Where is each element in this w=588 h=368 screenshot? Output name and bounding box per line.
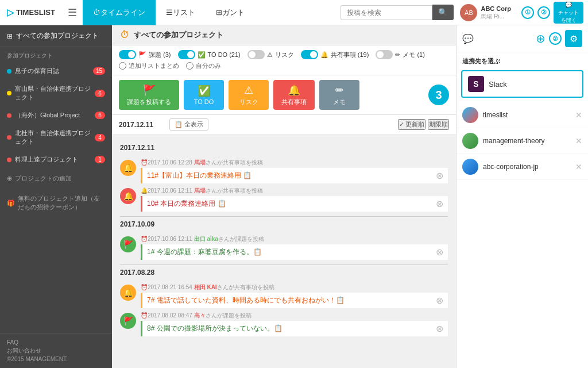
close-icon[interactable]: ✕	[575, 136, 582, 145]
post-kadai-button[interactable]: 🚩 課題を投稿する	[119, 80, 179, 110]
send-icon[interactable]: ⊗	[436, 198, 443, 209]
post-kadai-label: 課題を投稿する	[127, 98, 171, 106]
filter-kyoyu[interactable]: 🔔 共有事項 (19)	[301, 50, 369, 59]
sidebar-item-hokuto[interactable]: 北杜市・自治体連携プロジェクト 4	[0, 124, 112, 151]
post-text: 7# 電話で話していた資料、時間ある時にでも共有おねがい！📋	[147, 296, 345, 305]
chat-button[interactable]: 💬 チャットを開く	[554, 2, 583, 24]
settings-button[interactable]: ⚙	[565, 30, 582, 47]
bell-icon: 🔔	[120, 160, 136, 176]
radio-list-input[interactable]	[119, 62, 126, 70]
mgmt-avatar	[462, 133, 478, 149]
task-icon: 🚩	[120, 236, 136, 252]
channel-item-timeslist[interactable]: timeslist ✕	[457, 102, 588, 128]
post-content[interactable]: 1# 今週の課題：麻婆豆腐を作る。📋 ⊗	[141, 244, 448, 260]
filter-toggle-kyoyu[interactable]	[301, 50, 318, 59]
post-content[interactable]: 10# 本日の業務連絡用 📋 ⊗	[141, 196, 448, 212]
badge: 15	[93, 67, 105, 75]
send-icon[interactable]: ⊗	[436, 247, 443, 258]
sort-update-button[interactable]: ✓ 更新順	[398, 119, 425, 130]
sidebar-item-left: 息子の保育日誌	[7, 67, 59, 75]
filter-toggle-kadai[interactable]	[119, 50, 136, 59]
sidebar-item-left: 料理上達プロジェクト	[7, 155, 78, 164]
free-plan-label: 無料のプロジェクト追加（友だちの招待クーポン）	[18, 194, 105, 212]
badge: 1	[95, 156, 105, 163]
sidebar-title: すべての参加プロジェクト	[16, 31, 99, 41]
add-channel-button[interactable]: ⊕	[536, 32, 546, 45]
chat-bubble-icon[interactable]: 💬	[462, 33, 474, 44]
filter-risk[interactable]: ⚠ リスク	[247, 50, 294, 59]
post-kyoyu-label: 共有事項	[281, 98, 307, 106]
search-button[interactable]: 🔍	[432, 5, 454, 20]
faq-link[interactable]: FAQ	[7, 339, 105, 346]
filter-memo[interactable]: ✏ メモ (1)	[376, 50, 425, 59]
view-all-button[interactable]: 📋 全表示	[169, 118, 208, 131]
action-buttons: 🚩 課題を投稿する ✅ TO DO ⚠ リスク 🔔 共有事項 ✏ メモ 3	[112, 75, 456, 115]
bell-icon: 🔔	[288, 84, 300, 97]
close-icon[interactable]: ✕	[575, 110, 582, 120]
slack-channel-item[interactable]: S Slack	[461, 70, 583, 98]
post-content[interactable]: 11#【富山】本日の業務連絡用 📋 ⊗	[141, 168, 448, 183]
filter-toggle-memo[interactable]	[376, 50, 393, 59]
badge: 6	[95, 90, 105, 97]
check-icon: ✓	[399, 121, 404, 128]
bell-red-icon: 🔔	[120, 188, 136, 204]
contact-link[interactable]: お問い合わせ	[7, 347, 105, 355]
filter-kadai[interactable]: 🚩 課題 (3)	[119, 50, 171, 59]
circle-3-button[interactable]: 3	[428, 85, 449, 105]
sidebar-item-hoikuji[interactable]: 息子の保育日誌 15	[0, 62, 112, 80]
post-meta: ⏰2017.10.06 12:28 馬場さんが共有事項を投稿	[141, 159, 448, 167]
post-user: 出口 aika	[194, 236, 218, 242]
sidebar-item-label: （海外）Global Project	[15, 111, 80, 120]
channel-item-abc[interactable]: abc-corporation-jp ✕	[457, 154, 588, 180]
right-panel: 💬 ⊕ ② ⚙ 連携先を選ぶ S Slack timeslist ✕ manag…	[456, 25, 588, 368]
content: ⏱ すべての参加プロジェクト 🚩 課題 (3) ✅ タイムライン TO DO (…	[112, 25, 456, 368]
free-plan-button[interactable]: 🎁 無料のプロジェクト追加（友だちの招待クーポン）	[0, 189, 112, 217]
nav-gantt[interactable]: ⊞ ガント	[206, 0, 255, 25]
nav-list[interactable]: ☰ リスト	[156, 0, 206, 25]
post-todo-button[interactable]: ✅ TO DO	[184, 80, 224, 110]
right-panel-header: 💬 ⊕ ② ⚙	[457, 25, 588, 52]
post-memo-button[interactable]: ✏ メモ	[319, 80, 359, 110]
sidebar-item-global[interactable]: （海外）Global Project 6	[0, 106, 112, 124]
nav-timeline[interactable]: ⏱ タイムライン	[83, 0, 156, 25]
timeline-icon: ⏱	[93, 8, 100, 17]
filter-row2: 追加リストまとめ 自分のみ	[119, 62, 449, 70]
sort-update-label: 更新順	[405, 120, 424, 129]
add-project-label: プロジェクトの追加	[15, 174, 72, 183]
warning-icon: ⚠	[267, 51, 273, 59]
radio-self-input[interactable]	[186, 62, 194, 70]
sidebar-item-ryori[interactable]: 料理上達プロジェクト 1	[0, 151, 112, 168]
post-content[interactable]: 8# 公園での撮影場所が決まっていない。📋 ⊗	[141, 321, 448, 336]
task-icon: 🚩	[120, 313, 136, 329]
copyright: ©2015 MANAGEMENT.	[7, 356, 68, 362]
bell-icon: 🔔	[320, 51, 328, 59]
channel-item-mgmt[interactable]: management-theory ✕	[457, 128, 588, 154]
circle-2-button[interactable]: ②	[537, 6, 550, 19]
radio-list[interactable]: 追加リストまとめ	[119, 62, 179, 70]
send-icon[interactable]: ⊗	[436, 295, 443, 306]
warning-icon: ⚠	[244, 84, 253, 97]
post-meta: ⏰2017.10.06 12:11 出口 aikaさんが課題を投稿	[141, 235, 448, 243]
search-input[interactable]	[341, 5, 432, 20]
sidebar-item-label: 北杜市・自治体連携プロジェクト	[15, 129, 95, 146]
filter-toggle-todo[interactable]	[178, 50, 195, 59]
close-icon[interactable]: ✕	[575, 162, 582, 171]
filter-todo[interactable]: ✅ タイムライン TO DO (21)	[178, 50, 241, 59]
post-content[interactable]: 7# 電話で話していた資料、時間ある時にでも共有おねがい！📋 ⊗	[141, 293, 448, 308]
post-text: 8# 公園での撮影場所が決まっていない。📋	[147, 324, 283, 334]
send-icon[interactable]: ⊗	[436, 323, 443, 334]
post-kyoyu-button[interactable]: 🔔 共有事項	[273, 80, 315, 110]
filter-toggle-risk[interactable]	[247, 50, 265, 59]
hamburger-menu[interactable]: ☰	[62, 6, 83, 19]
post-risk-button[interactable]: ⚠ リスク	[229, 80, 269, 110]
add-project-button[interactable]: ⊕ プロジェクトの追加	[0, 168, 112, 189]
sort-deadline-button[interactable]: 期限順	[428, 119, 449, 130]
sidebar-item-toyama[interactable]: 富山県・自治体連携プロジェクト 6	[0, 80, 112, 106]
circle-1-button[interactable]: ①	[521, 6, 534, 19]
filter-label: 共有事項 (19)	[331, 51, 369, 59]
circle-2-badge[interactable]: ②	[549, 32, 562, 45]
post-meta: ⏰2017.08.21 16:54 相田 KAIさんが共有事項を投稿	[141, 283, 448, 292]
send-icon[interactable]: ⊗	[436, 170, 443, 181]
sidebar-header[interactable]: ⊞ すべての参加プロジェクト	[0, 25, 112, 47]
radio-self[interactable]: 自分のみ	[186, 62, 221, 70]
